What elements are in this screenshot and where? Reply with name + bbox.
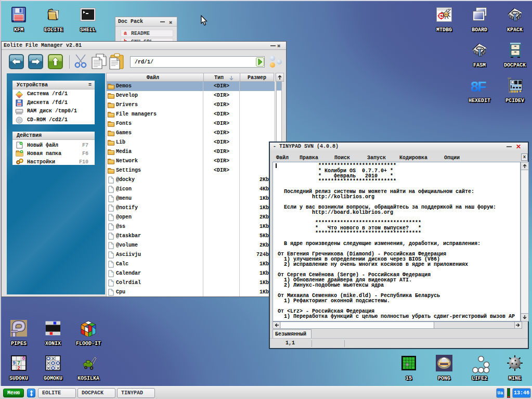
svg-text:3: 3	[409, 358, 410, 360]
svg-text:5: 5	[404, 361, 405, 363]
svg-text:6: 6	[407, 361, 408, 363]
svg-text:8: 8	[22, 356, 25, 362]
svg-text:2: 2	[17, 366, 20, 371]
svg-text:8F: 8F	[471, 79, 487, 94]
svg-text:15: 15	[409, 367, 411, 369]
svg-text:2: 2	[407, 358, 408, 360]
svg-text:1: 1	[404, 358, 405, 360]
svg-text:11: 11	[409, 364, 411, 366]
svg-text:14: 14	[407, 367, 409, 369]
svg-text:9: 9	[404, 364, 405, 366]
svg-text:12: 12	[412, 364, 414, 366]
svg-text:13: 13	[404, 367, 406, 369]
svg-text:9: 9	[12, 361, 16, 366]
svg-text:7: 7	[409, 361, 410, 363]
svg-text:8: 8	[412, 361, 413, 363]
svg-text:4: 4	[412, 358, 413, 360]
